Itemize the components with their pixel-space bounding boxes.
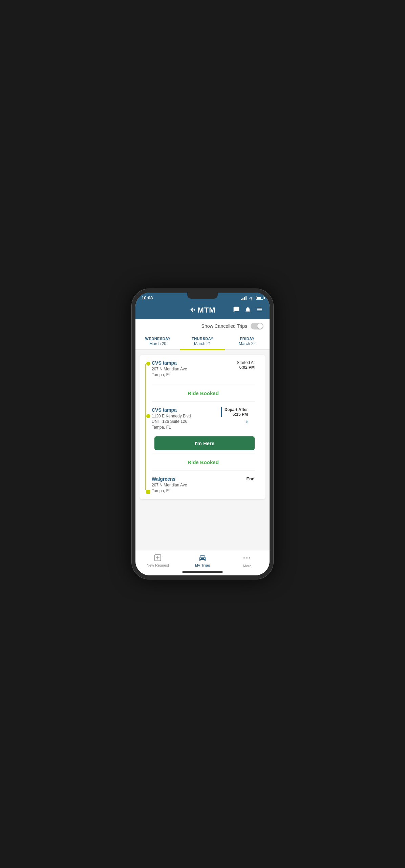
chevron-right-icon: › [246,418,248,425]
divider-3 [152,454,255,454]
trip-card: CVS tampa 207 N Meridian Ave Tampa, FL S… [140,355,265,499]
toggle-row: Show Cancelled Trips [135,319,270,333]
header-logo: ✈ MTM [189,306,215,315]
logo-text: MTM [197,306,215,315]
more-icon: ··· [243,554,251,563]
stop-1-section: CVS tampa 207 N Meridian Ave Tampa, FL S… [152,360,255,382]
status-icons [241,296,264,300]
app-header: ✈ MTM [135,302,270,319]
wifi-icon [248,296,254,300]
stop-3-address: 207 N Meridian Ave Tampa, FL [152,482,187,494]
nav-my-trips-label: My Trips [195,563,210,567]
my-trips-icon [198,554,207,562]
logo-bird-icon: ✈ [189,306,195,315]
main-content: CVS tampa 207 N Meridian Ave Tampa, FL S… [135,350,270,550]
im-here-button[interactable]: I'm Here [154,436,255,450]
nav-my-trips[interactable]: My Trips [180,554,225,568]
tab-thursday-date: March 21 [182,341,223,346]
signal-icon [241,296,247,300]
timeline-dot-2 [146,414,150,418]
stop-2-info: CVS tampa 1120 E Kennedy Blvd UNIT 126 S… [152,407,191,430]
nav-more[interactable]: ··· More [225,554,270,568]
trip-timeline: CVS tampa 207 N Meridian Ave Tampa, FL S… [140,360,260,494]
stop-2-address: 1120 E Kennedy Blvd UNIT 126 Suite 126 T… [152,413,191,430]
nav-new-request[interactable]: New Request [135,554,180,568]
stop-1-address: 207 N Meridian Ave Tampa, FL [152,366,187,378]
status-time: 10:08 [142,295,153,300]
ride-booked-1: Ride Booked [152,388,255,399]
divider-1 [152,385,255,385]
home-indicator [135,570,270,575]
header-icons [233,306,263,315]
tab-thursday[interactable]: THURSDAY March 21 [180,333,225,349]
day-tabs: WEDNESDAY March 20 THURSDAY March 21 FRI… [135,333,270,350]
menu-icon[interactable] [256,306,263,315]
new-request-icon [154,554,162,562]
stop-2-time: Depart After 6:15 PM [221,407,248,417]
tab-friday[interactable]: FRIDAY March 22 [225,333,270,349]
tab-friday-name: FRIDAY [226,337,268,341]
tab-wednesday[interactable]: WEDNESDAY March 20 [135,333,180,349]
divider-2 [152,402,255,402]
nav-more-label: More [243,564,251,568]
bell-icon[interactable] [244,306,251,315]
tab-wednesday-name: WEDNESDAY [137,337,179,341]
toggle-label: Show Cancelled Trips [201,323,247,329]
timeline-dot-3 [146,490,150,494]
timeline-dot-1 [146,362,150,366]
stop-3-section: Walgreens 207 N Meridian Ave Tampa, FL E… [152,474,255,494]
home-bar [182,571,223,573]
tab-friday-date: March 22 [226,341,268,346]
tab-thursday-name: THURSDAY [182,337,223,341]
stop-3-end-label: End [246,476,255,481]
stop-2-section: CVS tampa 1120 E Kennedy Blvd UNIT 126 S… [152,405,255,433]
divider-4 [152,471,255,471]
chat-icon[interactable] [233,306,240,315]
stop-2-time-container: Depart After 6:15 PM › [221,407,248,425]
stop-1-time: Started At 6:02 PM [237,360,255,370]
battery-icon [256,296,263,300]
cancelled-trips-toggle[interactable] [251,323,263,329]
stop-1-name: CVS tampa [152,360,187,366]
stop-3-info: Walgreens 207 N Meridian Ave Tampa, FL [152,476,187,494]
bottom-nav: New Request My Trips ··· More [135,550,270,570]
trip-right-content: CVS tampa 207 N Meridian Ave Tampa, FL S… [152,360,260,494]
stop-1-info: CVS tampa 207 N Meridian Ave Tampa, FL [152,360,187,378]
stop-3-name: Walgreens [152,476,187,482]
stop-2-name: CVS tampa [152,407,191,413]
nav-new-request-label: New Request [147,563,169,567]
ride-booked-2: Ride Booked [152,457,255,468]
tab-wednesday-date: March 20 [137,341,179,346]
